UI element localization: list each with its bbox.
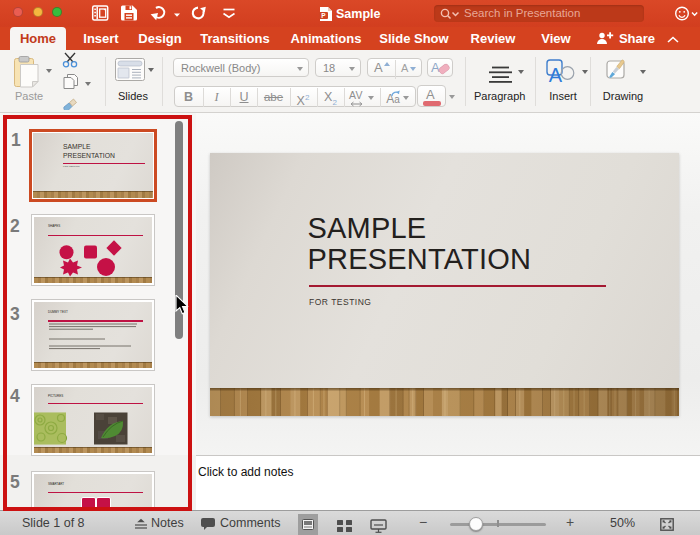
svg-text:P: P [321,12,326,19]
svg-text:A: A [549,64,563,85]
